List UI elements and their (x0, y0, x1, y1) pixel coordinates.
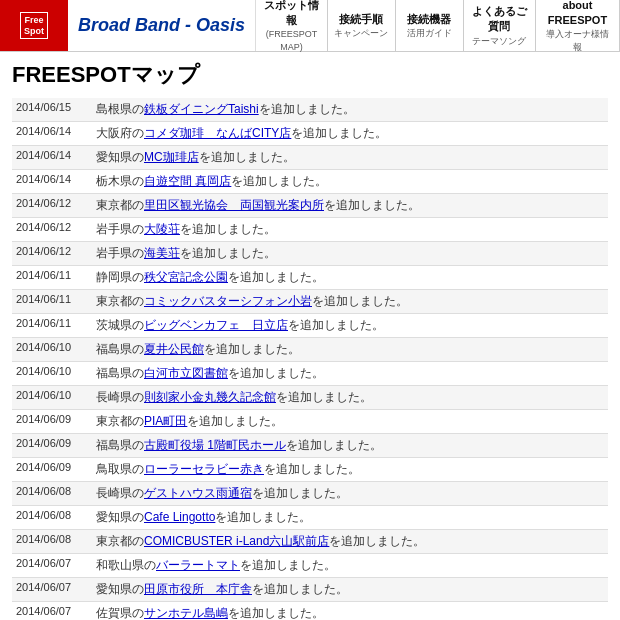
news-content[interactable]: 愛知県のMC珈琲店を追加しました。 (92, 146, 608, 170)
news-content[interactable]: 愛知県のCafe Lingottoを追加しました。 (92, 506, 608, 530)
news-date: 2014/06/14 (12, 170, 92, 194)
news-content[interactable]: 大阪府のコメダ珈琲 なんばCITY店を追加しました。 (92, 122, 608, 146)
news-content[interactable]: 東京都の里田区観光協会 両国観光案内所を追加しました。 (92, 194, 608, 218)
logo-area: FreeSpot (0, 0, 68, 51)
news-content[interactable]: 島根県の鉄板ダイニングTaishiを追加しました。 (92, 98, 608, 122)
news-content[interactable]: 東京都のPIA町田を追加しました。 (92, 410, 608, 434)
nav-item-faq[interactable]: よくあるご質問テーマソング (464, 0, 536, 51)
news-row: 2014/06/14栃木県の自遊空間 真岡店を追加しました。 (12, 170, 608, 194)
news-row: 2014/06/10長崎県の則刻家小金丸幾久記念館を追加しました。 (12, 386, 608, 410)
news-row: 2014/06/11静岡県の秩父宮記念公園を追加しました。 (12, 266, 608, 290)
news-row: 2014/06/11東京都のコミックバスターシフォン小岩を追加しました。 (12, 290, 608, 314)
news-row: 2014/06/08愛知県のCafe Lingottoを追加しました。 (12, 506, 608, 530)
news-content[interactable]: 岩手県の海美荘を追加しました。 (92, 242, 608, 266)
news-content[interactable]: 岩手県の大陵荘を追加しました。 (92, 218, 608, 242)
news-content[interactable]: 佐賀県のサンホテル島嶋を追加しました。 (92, 602, 608, 621)
news-content[interactable]: 福島県の白河市立図書館を追加しました。 (92, 362, 608, 386)
news-row: 2014/06/10福島県の白河市立図書館を追加しました。 (12, 362, 608, 386)
news-date: 2014/06/07 (12, 578, 92, 602)
news-date: 2014/06/12 (12, 218, 92, 242)
news-date: 2014/06/10 (12, 362, 92, 386)
brand-area: Broad Band - Oasis (68, 0, 256, 51)
news-date: 2014/06/14 (12, 122, 92, 146)
news-row: 2014/06/08長崎県のゲストハウス雨通宿を追加しました。 (12, 482, 608, 506)
brand-text: Broad Band - Oasis (78, 15, 245, 36)
news-content[interactable]: 長崎県の則刻家小金丸幾久記念館を追加しました。 (92, 386, 608, 410)
news-content[interactable]: 福島県の古殿町役場 1階町民ホールを追加しました。 (92, 434, 608, 458)
news-date: 2014/06/10 (12, 386, 92, 410)
news-row: 2014/06/07佐賀県のサンホテル島嶋を追加しました。 (12, 602, 608, 621)
news-row: 2014/06/14愛知県のMC珈琲店を追加しました。 (12, 146, 608, 170)
news-row: 2014/06/07愛知県の田原市役所 本庁舎を追加しました。 (12, 578, 608, 602)
news-row: 2014/06/09東京都のPIA町田を追加しました。 (12, 410, 608, 434)
nav-item-device[interactable]: 接続機器活用ガイド (396, 0, 464, 51)
news-row: 2014/06/08東京都のCOMICBUSTER i-Land六山駅前店を追加… (12, 530, 608, 554)
news-date: 2014/06/08 (12, 530, 92, 554)
news-date: 2014/06/11 (12, 314, 92, 338)
nav-item-connect[interactable]: 接続手順キャンペーン (328, 0, 396, 51)
news-row: 2014/06/09鳥取県のローラーセラビー赤きを追加しました。 (12, 458, 608, 482)
logo: FreeSpot (20, 12, 48, 40)
news-row: 2014/06/09福島県の古殿町役場 1階町民ホールを追加しました。 (12, 434, 608, 458)
news-row: 2014/06/07和歌山県のバーラートマトを追加しました。 (12, 554, 608, 578)
news-table: 2014/06/15島根県の鉄板ダイニングTaishiを追加しました。2014/… (12, 98, 608, 620)
nav-item-spot[interactable]: スポット情報(FREESPOT MAP) (256, 0, 328, 51)
news-date: 2014/06/09 (12, 458, 92, 482)
news-date: 2014/06/09 (12, 410, 92, 434)
news-date: 2014/06/15 (12, 98, 92, 122)
news-row: 2014/06/14大阪府のコメダ珈琲 なんばCITY店を追加しました。 (12, 122, 608, 146)
news-content[interactable]: 和歌山県のバーラートマトを追加しました。 (92, 554, 608, 578)
news-date: 2014/06/14 (12, 146, 92, 170)
news-content[interactable]: 東京都のコミックバスターシフォン小岩を追加しました。 (92, 290, 608, 314)
news-content[interactable]: 静岡県の秩父宮記念公園を追加しました。 (92, 266, 608, 290)
news-row: 2014/06/12東京都の里田区観光協会 両国観光案内所を追加しました。 (12, 194, 608, 218)
news-content[interactable]: 栃木県の自遊空間 真岡店を追加しました。 (92, 170, 608, 194)
news-date: 2014/06/08 (12, 506, 92, 530)
news-date: 2014/06/08 (12, 482, 92, 506)
header: FreeSpot Broad Band - Oasis スポット情報(FREES… (0, 0, 620, 52)
news-content[interactable]: 長崎県のゲストハウス雨通宿を追加しました。 (92, 482, 608, 506)
news-content[interactable]: 鳥取県のローラーセラビー赤きを追加しました。 (92, 458, 608, 482)
news-date: 2014/06/09 (12, 434, 92, 458)
nav-item-about[interactable]: about FREESPOT導入オーナ様情報 (536, 0, 620, 51)
news-date: 2014/06/12 (12, 242, 92, 266)
news-date: 2014/06/10 (12, 338, 92, 362)
news-date: 2014/06/12 (12, 194, 92, 218)
page-title: FREESPOTマップ (12, 60, 608, 90)
news-date: 2014/06/11 (12, 266, 92, 290)
main-content: FREESPOTマップ 2014/06/15島根県の鉄板ダイニングTaishiを… (0, 52, 620, 620)
news-row: 2014/06/11茨城県のビッグベンカフェ 日立店を追加しました。 (12, 314, 608, 338)
news-content[interactable]: 福島県の夏井公民館を追加しました。 (92, 338, 608, 362)
news-date: 2014/06/07 (12, 602, 92, 621)
news-row: 2014/06/12岩手県の大陵荘を追加しました。 (12, 218, 608, 242)
news-row: 2014/06/12岩手県の海美荘を追加しました。 (12, 242, 608, 266)
news-row: 2014/06/10福島県の夏井公民館を追加しました。 (12, 338, 608, 362)
news-content[interactable]: 茨城県のビッグベンカフェ 日立店を追加しました。 (92, 314, 608, 338)
news-content[interactable]: 愛知県の田原市役所 本庁舎を追加しました。 (92, 578, 608, 602)
news-row: 2014/06/15島根県の鉄板ダイニングTaishiを追加しました。 (12, 98, 608, 122)
nav-area: スポット情報(FREESPOT MAP)接続手順キャンペーン接続機器活用ガイドよ… (256, 0, 620, 51)
news-date: 2014/06/07 (12, 554, 92, 578)
news-date: 2014/06/11 (12, 290, 92, 314)
news-content[interactable]: 東京都のCOMICBUSTER i-Land六山駅前店を追加しました。 (92, 530, 608, 554)
